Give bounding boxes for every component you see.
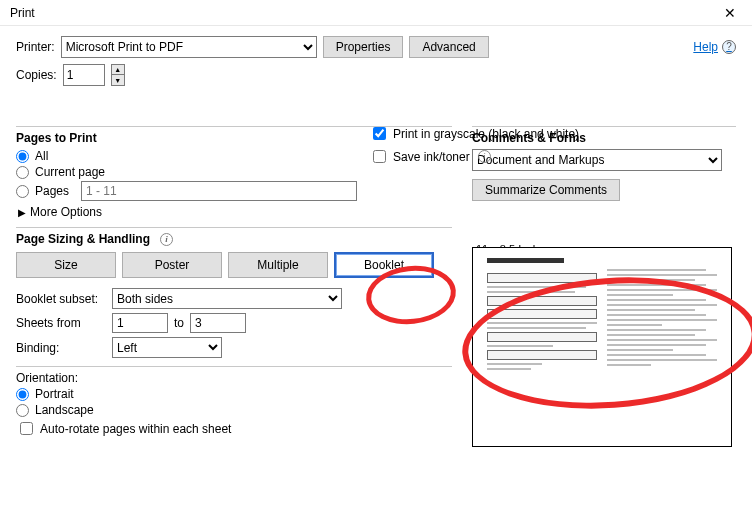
booklet-subset-select[interactable]: Both sides	[112, 288, 342, 309]
copies-spin-down[interactable]: ▼	[111, 75, 125, 86]
help-link[interactable]: Help ?	[693, 40, 736, 54]
seg-size[interactable]: Size	[16, 252, 116, 278]
booklet-subset-label: Booklet subset:	[16, 292, 106, 306]
autorotate-checkbox[interactable]	[20, 422, 33, 435]
sheets-from-input[interactable]	[112, 313, 168, 333]
binding-label: Binding:	[16, 341, 106, 355]
radio-pages-label: Pages	[35, 184, 69, 198]
printer-select[interactable]: Microsoft Print to PDF	[61, 36, 317, 58]
page-sizing-title: Page Sizing & Handling	[16, 232, 150, 246]
pages-range-input[interactable]	[81, 181, 357, 201]
copies-input[interactable]	[63, 64, 105, 86]
sheets-to-label: to	[174, 316, 184, 330]
info-icon: i	[478, 150, 491, 163]
orientation-title: Orientation:	[16, 371, 452, 385]
close-button[interactable]: ✕	[714, 2, 746, 24]
seg-booklet[interactable]: Booklet	[334, 252, 434, 278]
window-title: Print	[10, 6, 714, 20]
grayscale-label: Print in grayscale (black and white)	[393, 127, 579, 141]
printer-label: Printer:	[16, 40, 55, 54]
radio-current[interactable]	[16, 166, 29, 179]
radio-portrait[interactable]	[16, 388, 29, 401]
radio-current-label: Current page	[35, 165, 105, 179]
seg-poster[interactable]: Poster	[122, 252, 222, 278]
advanced-button[interactable]: Advanced	[409, 36, 488, 58]
properties-button[interactable]: Properties	[323, 36, 404, 58]
radio-landscape[interactable]	[16, 404, 29, 417]
print-preview: 11 x 8.5 Inches	[472, 247, 736, 447]
radio-pages[interactable]	[16, 185, 29, 198]
preview-page	[472, 247, 732, 447]
copies-label: Copies:	[16, 68, 57, 82]
radio-landscape-label: Landscape	[35, 403, 94, 417]
help-icon: ?	[722, 40, 736, 54]
grayscale-checkbox[interactable]	[373, 127, 386, 140]
seg-multiple[interactable]: Multiple	[228, 252, 328, 278]
saveink-label: Save ink/toner	[393, 150, 470, 164]
copies-spin-up[interactable]: ▲	[111, 64, 125, 75]
radio-portrait-label: Portrait	[35, 387, 74, 401]
radio-all[interactable]	[16, 150, 29, 163]
summarize-comments-button[interactable]: Summarize Comments	[472, 179, 620, 201]
autorotate-label: Auto-rotate pages within each sheet	[40, 422, 231, 436]
info-icon: i	[160, 233, 173, 246]
chevron-right-icon: ▶	[18, 207, 26, 218]
radio-all-label: All	[35, 149, 48, 163]
more-options-toggle[interactable]: ▶ More Options	[16, 205, 452, 219]
binding-select[interactable]: Left	[112, 337, 222, 358]
orientation-group: Orientation: Portrait Landscape Auto-rot…	[16, 366, 452, 438]
sheets-from-label: Sheets from	[16, 316, 106, 330]
saveink-checkbox[interactable]	[373, 150, 386, 163]
sheets-to-input[interactable]	[190, 313, 246, 333]
page-sizing-group: Page Sizing & Handling i Size Poster Mul…	[16, 227, 452, 358]
